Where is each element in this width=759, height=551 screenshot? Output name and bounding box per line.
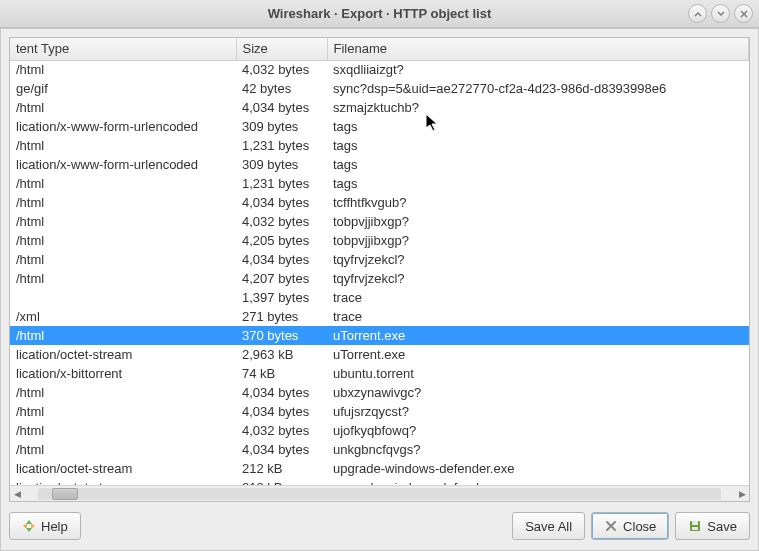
cell-type: lication/x-www-form-urlencoded (10, 117, 236, 136)
cell-type: lication/octet-stream (10, 459, 236, 478)
cell-type: lication/x-bittorrent (10, 364, 236, 383)
table-row[interactable]: /html4,034 bytesunkgbncfqvgs? (10, 440, 749, 459)
horizontal-scrollbar[interactable]: ◀ ▶ (10, 485, 749, 501)
minimize-button[interactable] (688, 4, 707, 23)
cell-file: ujofkyqbfowq? (327, 421, 749, 440)
table-row[interactable]: /html4,032 bytesujofkyqbfowq? (10, 421, 749, 440)
table-row[interactable]: /html4,034 bytestcffhtfkvgub? (10, 193, 749, 212)
cell-type: /html (10, 60, 236, 79)
cell-file: trace (327, 288, 749, 307)
cell-file: szmajzktuchb? (327, 98, 749, 117)
cell-type: /html (10, 212, 236, 231)
table-row[interactable]: /html4,032 bytestobpvjjibxgp? (10, 212, 749, 231)
cell-file: tags (327, 136, 749, 155)
help-button-label: Help (41, 519, 68, 534)
save-button-label: Save (707, 519, 737, 534)
help-button[interactable]: Help (9, 512, 81, 540)
cell-size: 1,231 bytes (236, 174, 327, 193)
cell-file: trace (327, 307, 749, 326)
cell-file: uTorrent.exe (327, 326, 749, 345)
table-row[interactable]: /html1,231 bytestags (10, 174, 749, 193)
cell-size: 271 bytes (236, 307, 327, 326)
table-row[interactable]: lication/octet-stream212 kBupgrade-windo… (10, 459, 749, 478)
table-row[interactable]: /html4,034 bytestqyfrvjzekcl? (10, 250, 749, 269)
cell-type: /html (10, 250, 236, 269)
save-all-button[interactable]: Save All (512, 512, 585, 540)
cell-type: lication/x-www-form-urlencoded (10, 155, 236, 174)
table-row[interactable]: 1,397 bytestrace (10, 288, 749, 307)
cell-size: 4,032 bytes (236, 212, 327, 231)
cell-type: lication/octet-stream (10, 478, 236, 485)
cell-size: 4,034 bytes (236, 250, 327, 269)
dialog-content: tent Type Size Filename /html4,032 bytes… (0, 28, 759, 551)
table-row[interactable]: lication/octet-stream2,963 kBuTorrent.ex… (10, 345, 749, 364)
table-row[interactable]: ge/gif42 bytessync?dsp=5&uid=ae272770-cf… (10, 79, 749, 98)
cell-file: tags (327, 174, 749, 193)
scroll-left-arrow-icon[interactable]: ◀ (10, 487, 24, 501)
save-button[interactable]: Save (675, 512, 750, 540)
cell-type: /html (10, 440, 236, 459)
close-icon (604, 519, 618, 533)
dialog-button-bar: Help Save All Close Save (9, 502, 750, 542)
close-button[interactable]: Close (591, 512, 669, 540)
table-row[interactable]: /html4,034 bytesubxzynawivgc? (10, 383, 749, 402)
cell-file: tobpvjjibxgp? (327, 231, 749, 250)
scrollbar-track[interactable] (38, 488, 721, 500)
table-row[interactable]: /xml271 bytestrace (10, 307, 749, 326)
cell-type: /html (10, 383, 236, 402)
cell-type: /html (10, 193, 236, 212)
cell-size: 4,032 bytes (236, 60, 327, 79)
object-list-table[interactable]: tent Type Size Filename /html4,032 bytes… (9, 37, 750, 502)
cell-size: 309 bytes (236, 155, 327, 174)
cell-type: lication/octet-stream (10, 345, 236, 364)
cell-size: 4,034 bytes (236, 440, 327, 459)
window-controls (688, 4, 753, 23)
cell-file: tcffhtfkvgub? (327, 193, 749, 212)
column-header-filename[interactable]: Filename (327, 38, 749, 60)
cell-size: 4,032 bytes (236, 421, 327, 440)
cell-file: ubxzynawivgc? (327, 383, 749, 402)
cell-size: 212 kB (236, 459, 327, 478)
table-row[interactable]: lication/x-www-form-urlencoded309 bytest… (10, 117, 749, 136)
save-icon (688, 519, 702, 533)
cell-file: ubuntu.torrent (327, 364, 749, 383)
table-row[interactable]: /html4,032 bytessxqdliiaizgt? (10, 60, 749, 79)
table-row[interactable]: lication/x-www-form-urlencoded309 bytest… (10, 155, 749, 174)
cell-size: 2,963 kB (236, 345, 327, 364)
cell-size: 4,034 bytes (236, 193, 327, 212)
cell-file: unkgbncfqvgs? (327, 440, 749, 459)
close-window-button[interactable] (734, 4, 753, 23)
maximize-button[interactable] (711, 4, 730, 23)
scroll-right-arrow-icon[interactable]: ▶ (735, 487, 749, 501)
cell-type: /html (10, 269, 236, 288)
cell-type: /html (10, 98, 236, 117)
cell-file: tobpvjjibxgp? (327, 212, 749, 231)
column-header-size[interactable]: Size (236, 38, 327, 60)
cell-file: sxqdliiaizgt? (327, 60, 749, 79)
column-header-content-type[interactable]: tent Type (10, 38, 236, 60)
help-icon (22, 519, 36, 533)
scrollbar-thumb[interactable] (52, 488, 78, 500)
cell-file: upgrade-windows-defender.exe (327, 478, 749, 485)
cell-file: tags (327, 117, 749, 136)
cell-size: 212 kB (236, 478, 327, 485)
table-row[interactable]: /html4,034 bytesszmajzktuchb? (10, 98, 749, 117)
table-row[interactable]: /html370 bytesuTorrent.exe (10, 326, 749, 345)
cell-file: sync?dsp=5&uid=ae272770-cf2a-4d23-986d-d… (327, 79, 749, 98)
cell-size: 4,034 bytes (236, 402, 327, 421)
cell-size: 4,034 bytes (236, 98, 327, 117)
cell-type: /html (10, 231, 236, 250)
cell-type: /html (10, 421, 236, 440)
cell-file: ufujsrzqycst? (327, 402, 749, 421)
table-row[interactable]: lication/x-bittorrent74 kBubuntu.torrent (10, 364, 749, 383)
cell-type: ge/gif (10, 79, 236, 98)
cell-file: tqyfrvjzekcl? (327, 269, 749, 288)
table-row[interactable]: /html4,207 bytestqyfrvjzekcl? (10, 269, 749, 288)
titlebar: Wireshark · Export · HTTP object list (0, 0, 759, 28)
table-row[interactable]: /html1,231 bytestags (10, 136, 749, 155)
cell-size: 42 bytes (236, 79, 327, 98)
table-row[interactable]: /html4,034 bytesufujsrzqycst? (10, 402, 749, 421)
cell-file: uTorrent.exe (327, 345, 749, 364)
table-row[interactable]: lication/octet-stream212 kBupgrade-windo… (10, 478, 749, 485)
table-row[interactable]: /html4,205 bytestobpvjjibxgp? (10, 231, 749, 250)
